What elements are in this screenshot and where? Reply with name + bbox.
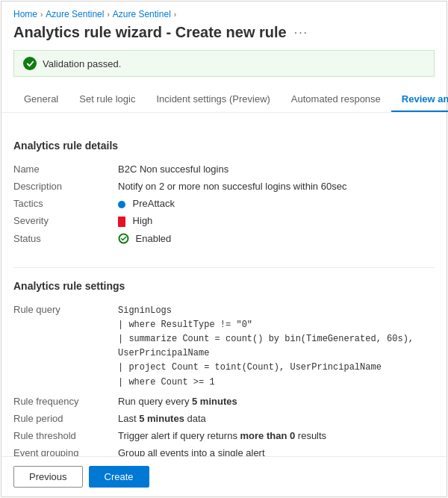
value-name: B2C Non succesful logins bbox=[118, 161, 435, 178]
table-row-rule-query: Rule query SigninLogs | where ResultType… bbox=[13, 301, 435, 393]
tab-incident-settings[interactable]: Incident settings (Preview) bbox=[146, 87, 280, 112]
create-button[interactable]: Create bbox=[89, 466, 149, 488]
severity-bar-icon bbox=[118, 217, 125, 227]
page-container: Home › Azure Sentinel › Azure Sentinel ›… bbox=[1, 1, 447, 497]
table-row: Description Notify on 2 or more non succ… bbox=[13, 178, 435, 195]
value-severity: High bbox=[118, 212, 435, 230]
table-row: Tactics PreAttack bbox=[13, 195, 435, 212]
validation-check-icon bbox=[23, 57, 37, 70]
value-rule-query: SigninLogs | where ResultType != "0" | s… bbox=[118, 301, 435, 393]
label-rule-query: Rule query bbox=[13, 301, 118, 393]
main-content: Analytics rule details Name B2C Non succ… bbox=[1, 113, 447, 479]
section-title-details: Analytics rule details bbox=[13, 140, 435, 152]
table-row-rule-frequency: Rule frequency Run query every 5 minutes bbox=[13, 393, 435, 410]
table-row-rule-period: Rule period Last 5 minutes data bbox=[13, 410, 435, 427]
tab-general[interactable]: General bbox=[13, 87, 69, 112]
label-rule-period: Rule period bbox=[13, 410, 118, 427]
tab-automated-response[interactable]: Automated response bbox=[281, 87, 391, 112]
section-divider bbox=[13, 267, 435, 268]
settings-table: Rule query SigninLogs | where ResultType… bbox=[13, 301, 435, 479]
threshold-bold: more than 0 bbox=[240, 430, 296, 441]
breadcrumb: Home › Azure Sentinel › Azure Sentinel › bbox=[1, 1, 447, 22]
query-code: SigninLogs | where ResultType != "0" | s… bbox=[118, 304, 435, 390]
chevron-icon-2: › bbox=[107, 10, 109, 19]
label-severity: Severity bbox=[13, 212, 118, 230]
section-title-settings: Analytics rule settings bbox=[13, 280, 435, 292]
label-rule-frequency: Rule frequency bbox=[13, 393, 118, 410]
breadcrumb-sentinel2[interactable]: Azure Sentinel bbox=[113, 9, 171, 19]
chevron-icon-3: › bbox=[174, 10, 176, 19]
validation-message: Validation passed. bbox=[43, 58, 121, 69]
tab-set-rule-logic[interactable]: Set rule logic bbox=[69, 87, 146, 112]
value-rule-period: Last 5 minutes data bbox=[118, 410, 435, 427]
page-title: Analytics rule wizard - Create new rule bbox=[13, 24, 287, 41]
period-bold: 5 minutes bbox=[139, 413, 184, 424]
table-row: Name B2C Non succesful logins bbox=[13, 161, 435, 178]
tab-bar: General Set rule logic Incident settings… bbox=[1, 87, 447, 113]
value-tactics: PreAttack bbox=[118, 195, 435, 212]
value-rule-frequency: Run query every 5 minutes bbox=[118, 393, 435, 410]
table-row-rule-threshold: Rule threshold Trigger alert if query re… bbox=[13, 427, 435, 444]
analytics-rule-details-section: Analytics rule details Name B2C Non succ… bbox=[13, 140, 435, 249]
details-table: Name B2C Non succesful logins Descriptio… bbox=[13, 161, 435, 249]
chevron-icon: › bbox=[40, 10, 43, 19]
breadcrumb-home[interactable]: Home bbox=[13, 9, 37, 19]
label-description: Description bbox=[13, 178, 118, 195]
frequency-bold: 5 minutes bbox=[192, 396, 237, 407]
breadcrumb-sentinel1[interactable]: Azure Sentinel bbox=[46, 9, 104, 19]
footer: Previous Create bbox=[1, 456, 447, 497]
label-rule-threshold: Rule threshold bbox=[13, 427, 118, 444]
label-tactics: Tactics bbox=[13, 195, 118, 212]
tab-review-and-create[interactable]: Review and create bbox=[391, 87, 448, 112]
tactics-dot-icon bbox=[118, 201, 125, 208]
page-title-row: Analytics rule wizard - Create new rule … bbox=[1, 22, 447, 50]
value-rule-threshold: Trigger alert if query returns more than… bbox=[118, 427, 435, 444]
value-description: Notify on 2 or more non succesful logins… bbox=[118, 178, 435, 195]
analytics-rule-settings-section: Analytics rule settings Rule query Signi… bbox=[13, 280, 435, 479]
previous-button[interactable]: Previous bbox=[13, 466, 83, 488]
page-menu-icon[interactable]: ··· bbox=[294, 26, 308, 40]
table-row: Status Enabled bbox=[13, 230, 435, 249]
value-status: Enabled bbox=[118, 230, 435, 249]
table-row: Severity High bbox=[13, 212, 435, 230]
status-enabled-icon bbox=[118, 233, 129, 246]
label-status: Status bbox=[13, 230, 118, 249]
label-name: Name bbox=[13, 161, 118, 178]
validation-banner: Validation passed. bbox=[13, 50, 435, 77]
